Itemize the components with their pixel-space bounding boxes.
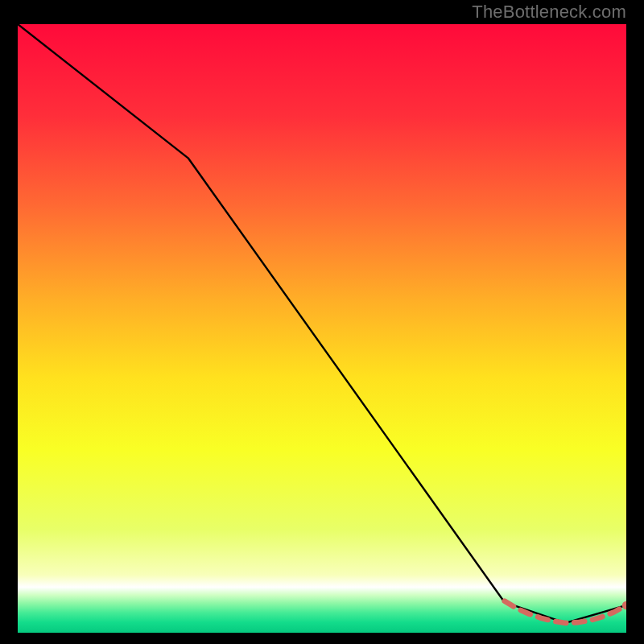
chart-frame: TheBottleneck.com [0,0,644,644]
chart-svg [18,24,626,633]
gradient-background [18,24,626,633]
plot-area [18,24,626,633]
attribution-label: TheBottleneck.com [472,2,626,23]
